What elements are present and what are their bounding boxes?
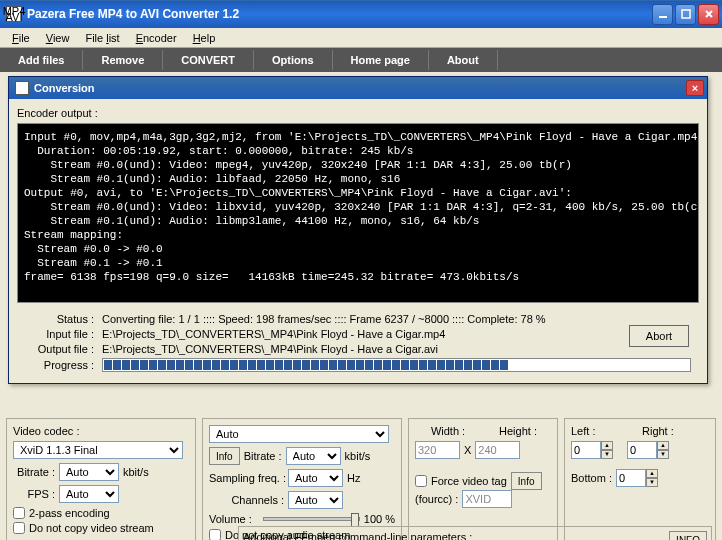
extra-params: Additional FFmpeg command-line parameter… — [238, 526, 712, 540]
toolbar-options[interactable]: Options — [254, 50, 333, 70]
nocopy-video-checkbox[interactable] — [13, 522, 25, 534]
crop-panel: Left : Right : ▲▼ ▲▼ Bottom : ▲▼ — [564, 418, 716, 540]
sampling-label: Sampling freq. : — [209, 472, 284, 484]
dialog-icon — [15, 81, 29, 95]
extra-label: Additional FFmpeg command-line parameter… — [243, 531, 472, 540]
nocopy-video-label: Do not copy video stream — [29, 522, 154, 534]
toolbar-convert[interactable]: CONVERT — [163, 50, 254, 70]
status-value: Converting file: 1 / 1 :::: Speed: 198 f… — [102, 313, 699, 325]
menu-encoder[interactable]: Encoder — [128, 30, 185, 46]
abort-button[interactable]: Abort — [629, 325, 689, 347]
progress-label: Progress : — [17, 359, 102, 371]
forcetag-label: Force video tag — [431, 475, 507, 487]
dim-x: X — [464, 444, 471, 456]
toolbar-about[interactable]: About — [429, 50, 498, 70]
channels-select[interactable]: Auto — [288, 491, 343, 509]
toolbar-remove[interactable]: Remove — [83, 50, 163, 70]
channels-label: Channels : — [209, 494, 284, 506]
svg-rect-1 — [682, 10, 690, 18]
bottom-down[interactable]: ▼ — [646, 478, 658, 487]
encoder-console: Input #0, mov,mp4,m4a,3gp,3g2,mj2, from … — [17, 123, 699, 303]
video-panel: Video codec : XviD 1.1.3 Final Bitrate :… — [6, 418, 196, 540]
menu-bar: File View File list Encoder Help — [0, 28, 722, 48]
outputfile-label: Output file : — [17, 343, 102, 355]
right-down[interactable]: ▼ — [657, 450, 669, 459]
video-codec-label: Video codec : — [13, 425, 79, 437]
video-codec-select[interactable]: XviD 1.1.3 Final — [13, 441, 183, 459]
twopass-label: 2-pass encoding — [29, 507, 110, 519]
audio-bitrate-unit: kbit/s — [345, 450, 371, 462]
audio-top-select[interactable]: Auto — [209, 425, 389, 443]
sampling-select[interactable]: Auto — [288, 469, 343, 487]
audio-info-button[interactable]: Info — [209, 447, 240, 465]
inputfile-label: Input file : — [17, 328, 102, 340]
toolbar-addfiles[interactable]: Add files — [0, 50, 83, 70]
menu-filelist[interactable]: File list — [77, 30, 127, 46]
conversion-dialog: Conversion × Encoder output : Input #0, … — [8, 76, 708, 384]
menu-view[interactable]: View — [38, 30, 78, 46]
video-bitrate-label: Bitrate : — [13, 466, 55, 478]
status-label: Status : — [17, 313, 102, 325]
inputfile-value: E:\Projects_TD\_CONVERTERS\_MP4\Pink Flo… — [102, 328, 699, 340]
right-up[interactable]: ▲ — [657, 441, 669, 450]
left-label: Left : — [571, 425, 595, 437]
twopass-checkbox[interactable] — [13, 507, 25, 519]
encoder-output-label: Encoder output : — [17, 107, 699, 119]
app-icon: MP4AVI — [6, 6, 22, 22]
forcetag-checkbox[interactable] — [415, 475, 427, 487]
size-panel: Width : Height : X Force video tag Info … — [408, 418, 558, 540]
fourcc-input[interactable] — [462, 490, 512, 508]
dialog-close-button[interactable]: × — [686, 80, 704, 96]
volume-slider[interactable] — [263, 517, 360, 521]
menu-help[interactable]: Help — [185, 30, 224, 46]
minimize-button[interactable] — [652, 4, 673, 25]
svg-rect-0 — [659, 16, 667, 18]
extra-info-button[interactable]: INFO — [669, 531, 707, 540]
audio-panel: Auto Info Bitrate : Auto kbit/s Sampling… — [202, 418, 402, 540]
bottom-up[interactable]: ▲ — [646, 469, 658, 478]
menu-file[interactable]: File — [4, 30, 38, 46]
video-bitrate-select[interactable]: Auto — [59, 463, 119, 481]
dialog-titlebar: Conversion × — [9, 77, 707, 99]
maximize-button[interactable] — [675, 4, 696, 25]
window-title: Pazera Free MP4 to AVI Converter 1.2 — [27, 7, 652, 21]
width-label: Width : — [431, 425, 465, 437]
height-label: Height : — [499, 425, 537, 437]
audio-bitrate-label: Bitrate : — [244, 450, 282, 462]
left-up[interactable]: ▲ — [601, 441, 613, 450]
forcetag-info-button[interactable]: Info — [511, 472, 542, 490]
sampling-unit: Hz — [347, 472, 360, 484]
audio-bitrate-select[interactable]: Auto — [286, 447, 341, 465]
video-fps-select[interactable]: Auto — [59, 485, 119, 503]
bottom-input[interactable] — [616, 469, 646, 487]
video-bitrate-unit: kbit/s — [123, 466, 149, 478]
volume-value: 100 % — [364, 513, 395, 525]
close-button[interactable] — [698, 4, 719, 25]
toolbar: Add files Remove CONVERT Options Home pa… — [0, 48, 722, 72]
fourcc-label: (fourcc) : — [415, 493, 458, 505]
left-input[interactable] — [571, 441, 601, 459]
main-titlebar: MP4AVI Pazera Free MP4 to AVI Converter … — [0, 0, 722, 28]
progress-bar — [102, 358, 691, 372]
toolbar-homepage[interactable]: Home page — [333, 50, 429, 70]
width-input[interactable] — [415, 441, 460, 459]
outputfile-value: E:\Projects_TD\_CONVERTERS\_MP4\Pink Flo… — [102, 343, 699, 355]
right-label: Right : — [642, 425, 674, 437]
height-input[interactable] — [475, 441, 520, 459]
dialog-title: Conversion — [34, 82, 686, 94]
video-fps-label: FPS : — [13, 488, 55, 500]
right-input[interactable] — [627, 441, 657, 459]
bottom-label: Bottom : — [571, 472, 612, 484]
nocopy-audio-checkbox[interactable] — [209, 529, 221, 540]
volume-label: Volume : — [209, 513, 259, 525]
left-down[interactable]: ▼ — [601, 450, 613, 459]
